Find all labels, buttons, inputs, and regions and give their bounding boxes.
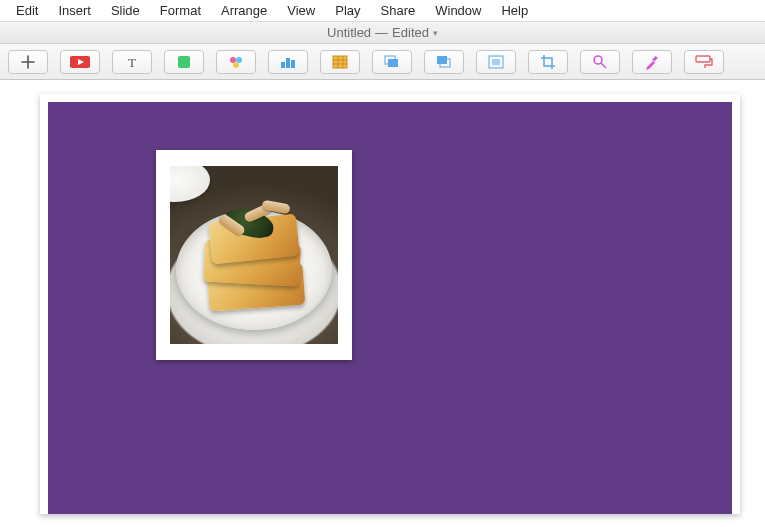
menu-insert[interactable]: Insert — [48, 1, 101, 20]
menu-slide[interactable]: Slide — [101, 1, 150, 20]
image-frame[interactable] — [156, 150, 352, 360]
svg-rect-12 — [437, 56, 447, 64]
bring-front-icon — [384, 55, 400, 69]
shape-icon — [177, 55, 191, 69]
svg-text:T: T — [128, 55, 136, 69]
media-button[interactable] — [216, 50, 256, 74]
crop-icon — [540, 54, 556, 70]
title-separator: — — [375, 25, 388, 40]
svg-point-16 — [594, 56, 602, 64]
svg-rect-18 — [696, 56, 710, 62]
menu-window[interactable]: Window — [425, 1, 491, 20]
eyedropper-icon — [644, 54, 660, 70]
slide-canvas[interactable] — [0, 80, 765, 527]
menu-play[interactable]: Play — [325, 1, 370, 20]
chart-icon — [280, 55, 296, 69]
table-icon — [332, 55, 348, 69]
menu-view[interactable]: View — [277, 1, 325, 20]
toolbar: T — [0, 44, 765, 80]
shape-button[interactable] — [164, 50, 204, 74]
menu-share[interactable]: Share — [371, 1, 426, 20]
svg-rect-2 — [178, 56, 190, 68]
menubar: Edit Insert Slide Format Arrange View Pl… — [0, 0, 765, 22]
front-button[interactable] — [372, 50, 412, 74]
svg-rect-8 — [291, 60, 295, 68]
mask-icon — [488, 55, 504, 69]
paint-roller-icon — [695, 55, 713, 69]
svg-rect-6 — [281, 62, 285, 68]
svg-rect-9 — [333, 56, 347, 68]
add-slide-button[interactable] — [8, 50, 48, 74]
slide[interactable] — [40, 94, 740, 514]
menu-help[interactable]: Help — [491, 1, 538, 20]
svg-rect-10 — [388, 59, 398, 67]
food-stack — [204, 202, 304, 308]
copy-style-button[interactable] — [684, 50, 724, 74]
menu-edit[interactable]: Edit — [6, 1, 48, 20]
send-back-icon — [436, 55, 452, 69]
crop-button[interactable] — [528, 50, 568, 74]
mask-button[interactable] — [476, 50, 516, 74]
eyedropper-button[interactable] — [632, 50, 672, 74]
chart-button[interactable] — [268, 50, 308, 74]
doc-state[interactable]: Edited — [392, 25, 429, 40]
back-button[interactable] — [424, 50, 464, 74]
menu-format[interactable]: Format — [150, 1, 211, 20]
slide-background[interactable] — [48, 102, 732, 514]
play-button[interactable] — [60, 50, 100, 74]
table-button[interactable] — [320, 50, 360, 74]
text-button[interactable]: T — [112, 50, 152, 74]
background-plate — [170, 166, 210, 202]
svg-rect-7 — [286, 58, 290, 68]
chevron-down-icon[interactable]: ▾ — [433, 28, 438, 38]
svg-point-4 — [236, 57, 242, 63]
media-icon — [228, 54, 244, 70]
plus-icon — [21, 55, 35, 69]
doc-name[interactable]: Untitled — [327, 25, 371, 40]
svg-rect-17 — [652, 55, 658, 61]
instant-alpha-button[interactable] — [580, 50, 620, 74]
food-photo[interactable] — [170, 166, 338, 344]
text-icon: T — [125, 55, 139, 69]
wand-icon — [592, 54, 608, 70]
window-titlebar: Untitled — Edited ▾ — [0, 22, 765, 44]
svg-point-3 — [230, 57, 236, 63]
svg-point-5 — [233, 62, 239, 68]
play-icon — [69, 55, 91, 69]
svg-rect-15 — [492, 59, 500, 65]
menu-arrange[interactable]: Arrange — [211, 1, 277, 20]
